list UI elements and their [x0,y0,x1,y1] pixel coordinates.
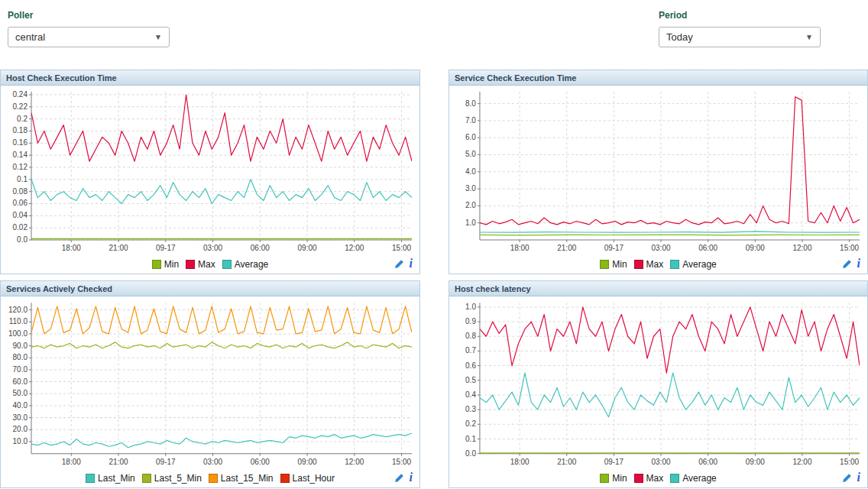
chart-header: Host Check Execution Time [1,70,419,86]
chart-panel: Service Check Execution Time1.02.03.04.0… [449,70,868,274]
legend-label: Last_Hour [293,473,335,484]
legend-item-average[interactable]: Average [222,259,268,270]
chart-canvas[interactable]: 0.00.10.20.30.40.50.60.70.80.91.018:0021… [449,296,867,469]
y-tick-label: 5.0 [465,150,476,158]
y-tick-label: 6.0 [465,133,476,141]
legend-item-last_hour[interactable]: Last_Hour [280,473,335,484]
y-tick-label: 7.0 [465,116,476,125]
chart-footer: MinMaxAveragei [1,255,419,274]
x-tick-label: 21:00 [109,458,128,466]
y-tick-label: 0.4 [465,390,476,399]
pencil-icon[interactable] [394,473,404,483]
y-tick-label: 0.5 [465,376,476,384]
x-tick-label: 03:00 [652,458,671,466]
chart-title: Host check latency [455,284,531,293]
chart-panel: Host Check Execution Time0.00.020.040.06… [0,70,420,274]
x-tick-label: 15:00 [840,244,859,252]
legend-swatch [222,260,232,269]
chart-header: Host check latency [449,281,867,296]
legend-swatch [634,260,643,269]
y-tick-label: 60.0 [13,377,28,386]
chart-plot-area: 0.00.10.20.30.40.50.60.70.80.91.018:0021… [449,296,867,469]
chart-actions: i [394,257,413,270]
y-tick-label: 8.0 [465,99,476,108]
legend-item-average[interactable]: Average [670,259,716,270]
x-tick-label: 18:00 [510,458,530,466]
x-tick-label: 18:00 [510,244,530,252]
x-tick-label: 03:00 [652,244,671,252]
legend-swatch [670,260,679,269]
x-tick-label: 15:00 [840,458,859,466]
chart-canvas[interactable]: 0.00.020.040.060.080.10.120.140.160.180.… [1,86,419,255]
chart-panel: Services Actively Checked10.020.030.040.… [0,280,420,488]
chart-plot-area: 10.020.030.040.050.060.070.080.090.0100.… [1,296,419,469]
chart-legend: MinMaxAverage [600,259,717,270]
y-tick-label: 0.3 [465,405,476,413]
legend-swatch [152,260,161,269]
chart-footer: MinMaxAveragei [449,255,867,274]
chart-panel: Host check latency0.00.10.20.30.40.50.60… [449,280,868,488]
legend-item-last_5_min[interactable]: Last_5_Min [142,473,202,484]
y-tick-label: 0.16 [13,138,28,147]
x-tick-label: 09:00 [298,244,317,252]
y-tick-label: 0.2 [465,419,476,428]
x-tick-label: 09:00 [746,244,765,252]
legend-item-min[interactable]: Min [600,473,627,484]
x-tick-label: 06:00 [251,458,270,466]
legend-item-min[interactable]: Min [600,259,627,270]
legend-label: Max [198,259,215,270]
chart-actions: i [842,471,860,484]
y-tick-label: 110.0 [9,317,28,325]
y-tick-label: 3.0 [465,184,476,193]
info-icon[interactable]: i [857,257,860,270]
pencil-icon[interactable] [842,473,852,483]
y-tick-label: 0.8 [465,332,476,340]
info-icon[interactable]: i [410,257,413,270]
period-filter: Period Today ▼ [659,10,821,47]
info-icon[interactable]: i [857,471,860,484]
period-select[interactable]: Today ▼ [659,27,821,47]
x-tick-label: 12:00 [345,244,364,252]
legend-swatch [670,474,679,483]
x-tick-label: 15:00 [392,244,411,252]
chart-canvas[interactable]: 10.020.030.040.050.060.070.080.090.0100.… [1,296,419,469]
legend-item-max[interactable]: Max [634,259,664,270]
legend-swatch [600,260,609,269]
info-icon[interactable]: i [410,471,413,484]
y-tick-label: 0.24 [13,90,28,99]
legend-label: Min [612,473,627,484]
pencil-icon[interactable] [394,259,404,269]
x-tick-label: 21:00 [557,458,576,466]
legend-item-min[interactable]: Min [152,259,179,270]
y-tick-label: 0.0 [17,235,28,244]
y-tick-label: 10.0 [13,437,28,445]
y-tick-label: 30.0 [13,413,28,422]
legend-item-last_min[interactable]: Last_Min [86,473,135,484]
x-tick-label: 03:00 [203,458,222,466]
chart-actions: i [842,257,860,270]
legend-swatch [634,474,643,483]
chart-legend: Last_MinLast_5_MinLast_15_MinLast_Hour [86,473,335,484]
y-tick-label: 120.0 [8,306,28,314]
legend-swatch [186,260,195,269]
legend-label: Min [164,259,179,270]
series-line-average [480,232,860,232]
chart-canvas[interactable]: 1.02.03.04.05.06.07.08.018:0021:0009-170… [449,86,867,255]
legend-item-average[interactable]: Average [670,473,716,484]
legend-label: Max [646,473,664,484]
poller-label: Poller [8,10,170,21]
legend-swatch [280,474,290,483]
x-tick-label: 09:00 [298,458,317,466]
x-tick-label: 09-17 [604,458,624,466]
legend-item-last_15_min[interactable]: Last_15_Min [209,473,274,484]
poller-select[interactable]: central ▼ [8,27,170,47]
poller-filter: Poller central ▼ [8,10,170,47]
y-tick-label: 0.6 [465,361,476,370]
pencil-icon[interactable] [842,259,852,269]
legend-item-max[interactable]: Max [186,259,215,270]
legend-item-max[interactable]: Max [634,473,664,484]
legend-swatch [209,474,218,483]
period-selected-value: Today [666,31,693,43]
x-tick-label: 18:00 [62,244,81,252]
legend-swatch [86,474,95,483]
